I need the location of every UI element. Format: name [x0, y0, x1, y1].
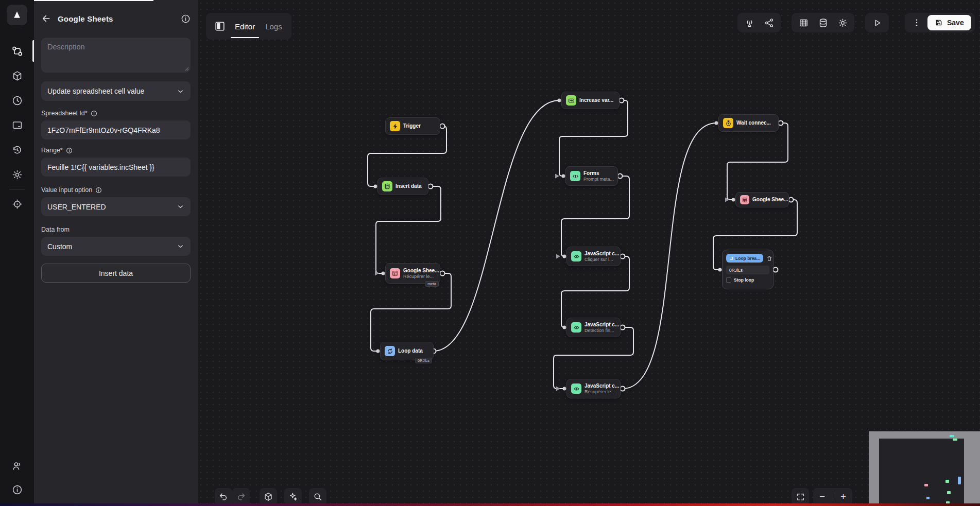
sidebar-item-settings[interactable] [7, 164, 27, 185]
action-select[interactable]: Update spreadsheet cell value [41, 81, 191, 101]
value-input-option-value: USER_ENTERED [47, 203, 106, 211]
sidebar-bottom-group [7, 456, 27, 500]
play-icon [872, 18, 882, 28]
cube-icon [264, 492, 273, 501]
loop-break-value-field[interactable]: 0RJiLs [726, 266, 769, 274]
value-input-option-select[interactable]: USER_ENTERED [41, 197, 191, 216]
zoom-divider [833, 492, 833, 501]
zoom-out-button[interactable]: − [815, 491, 830, 502]
edge-insert-gsheet1 [376, 186, 441, 273]
node-google-sheets-1[interactable]: Google Shee... Récupérer le... meta [385, 263, 440, 284]
spreadsheet-id-input[interactable]: 1FzO7mFfEr9mtOz0v-rGQ4FRKa8 [41, 120, 191, 139]
database-icon [382, 181, 392, 191]
back-button[interactable] [41, 13, 51, 24]
gear-icon [12, 169, 23, 180]
node-loop-break-selected[interactable]: Loop brea... 0RJiLs Stop loop [722, 250, 773, 289]
sidebar-item-history[interactable] [7, 139, 27, 160]
run-button[interactable] [868, 15, 886, 30]
gear-icon [838, 18, 848, 28]
database-button[interactable] [814, 15, 832, 30]
undo-button[interactable] [215, 488, 232, 505]
stop-loop-checkbox[interactable] [726, 277, 731, 283]
node-increase-var[interactable]: Increase var... [561, 92, 620, 109]
trash-icon[interactable] [766, 255, 772, 261]
node-google-sheets-2[interactable]: Google Shee... [735, 192, 789, 207]
insert-data-button[interactable]: Insert data [41, 264, 191, 283]
tab-editor[interactable]: Editor [234, 15, 256, 38]
magic-wand-button[interactable] [284, 488, 302, 505]
display-icon [12, 120, 23, 131]
edge-js3-wait [623, 123, 716, 389]
sparkle-icon [288, 492, 298, 501]
node-badge: 0RJiLs [415, 358, 432, 363]
zoom-in-button[interactable]: + [836, 491, 851, 502]
app-logo[interactable] [7, 5, 27, 25]
sidebar-item-help[interactable] [7, 479, 27, 500]
more-options-button[interactable] [908, 15, 925, 30]
bottom-gradient-bar [0, 503, 980, 506]
table-button[interactable] [795, 15, 812, 30]
data-from-value: Custom [47, 242, 72, 251]
sidebar-divider [9, 189, 25, 189]
canvas-settings-button[interactable] [834, 15, 851, 30]
redo-button[interactable] [232, 488, 250, 505]
loop-break-pill[interactable]: Loop brea... [726, 254, 763, 263]
node-javascript-detect[interactable]: JavaScript c... Detection fin... [566, 318, 621, 337]
editor-tabbar: Editor Logs [206, 13, 291, 40]
range-input[interactable]: Feuille 1!C{{ variables.incSheet }} [41, 158, 191, 177]
loading-progress-bar [34, 0, 153, 1]
lightning-icon [392, 123, 399, 130]
description-textarea[interactable]: Description [41, 38, 191, 73]
workflow-canvas[interactable]: Editor Logs [198, 0, 980, 506]
step-info-button[interactable] [181, 14, 191, 24]
node-insert-data[interactable]: Insert data [377, 178, 428, 195]
share-button[interactable] [760, 15, 778, 30]
sidebar-item-flows[interactable] [7, 41, 27, 61]
node-loop-data[interactable]: Loop data 0RJiLs [380, 342, 434, 360]
edge-wait-gsheet2 [727, 123, 788, 200]
chevron-down-icon [177, 203, 184, 211]
panel-toggle-button[interactable] [214, 21, 226, 32]
sidebar-item-target[interactable] [7, 194, 27, 214]
node-subtitle: Detection fin... [584, 328, 616, 333]
range-label-row: Range* [41, 147, 191, 154]
toolbar-group-run [865, 13, 889, 32]
minimap[interactable] [869, 431, 980, 506]
minimap-viewport [879, 439, 964, 506]
minimap-node-dot [950, 435, 954, 437]
node-javascript-fetch[interactable]: JavaScript c... Récupérer le... [566, 379, 621, 398]
spreadsheet-icon [390, 268, 400, 278]
pieces-panel-button[interactable] [260, 488, 277, 505]
zoom-search-button[interactable] [309, 488, 326, 505]
data-from-label-row: Data from [41, 226, 191, 233]
sidebar-item-devices[interactable] [7, 115, 27, 135]
node-javascript-click[interactable]: JavaScript c... Cliquer sur l... [566, 247, 621, 266]
magnifier-icon [313, 492, 322, 501]
sidebar-item-pieces[interactable] [7, 65, 27, 86]
minimap-node-dot [924, 484, 928, 486]
node-trigger[interactable]: Trigger [385, 117, 440, 135]
data-from-select[interactable]: Custom [41, 237, 191, 256]
node-forms[interactable]: Forms Prompt meta... [565, 166, 618, 186]
spreadsheet-icon [392, 270, 398, 276]
info-icon [66, 147, 73, 154]
minimap-node-dot [945, 480, 949, 483]
sidebar-item-users[interactable] [7, 456, 27, 476]
loop-icon [385, 346, 395, 356]
broadcast-button[interactable] [741, 15, 758, 30]
node-title: Increase var... [579, 97, 613, 103]
save-button[interactable]: Save [927, 15, 971, 30]
tab-logs[interactable]: Logs [264, 15, 283, 38]
minimap-node-dot [926, 497, 930, 499]
node-title: Loop data [398, 348, 423, 354]
redo-icon [236, 492, 246, 501]
undo-icon [219, 492, 228, 501]
sidebar-item-schedules[interactable] [7, 90, 27, 111]
panel-title: Google Sheets [58, 14, 175, 23]
resize-grip-icon[interactable] [184, 66, 189, 71]
node-wait-connection[interactable]: Wait connec... [718, 114, 779, 132]
fit-view-button[interactable] [792, 488, 809, 505]
node-badge: meta [425, 281, 439, 287]
panel-header: Google Sheets [41, 13, 191, 24]
forms-icon [572, 173, 579, 180]
